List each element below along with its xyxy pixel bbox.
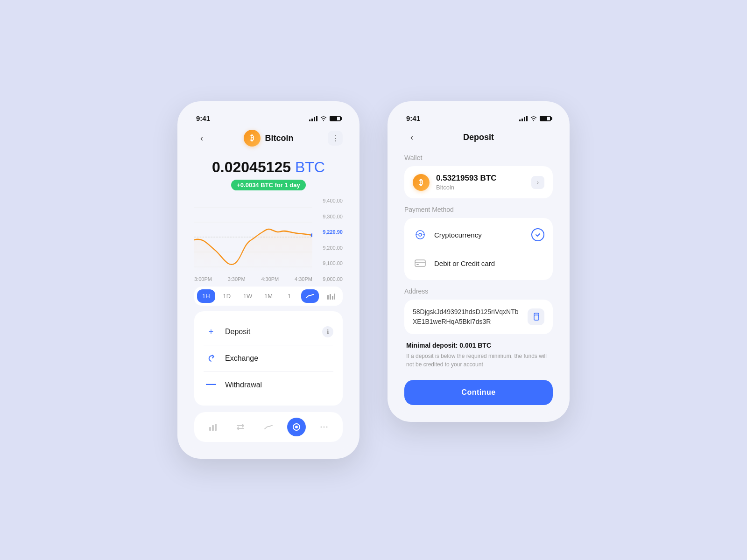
svg-rect-10: [334, 294, 335, 300]
status-bar-2: 9:41: [395, 109, 562, 125]
withdrawal-icon: —: [204, 378, 218, 392]
page-title-deposit: Deposit: [463, 133, 494, 142]
min-deposit-title: Minimal deposit: 0.001 BTC: [406, 342, 551, 349]
back-button-1[interactable]: ‹: [194, 131, 209, 146]
exchange-action[interactable]: Exchange: [204, 345, 333, 372]
nav-exchange[interactable]: [231, 418, 250, 436]
exchange-label: Exchange: [225, 354, 258, 363]
payment-crypto[interactable]: Cryptocurrency: [413, 221, 544, 249]
signal-icon-2: [519, 116, 528, 121]
chart-svg-wrap: [194, 198, 312, 273]
payment-method-card: Cryptocurrency: [404, 218, 553, 280]
chart-x-labels: 3:00PM 3:30PM 4:30PM 4:30PM: [194, 276, 312, 282]
battery-icon-2: [540, 116, 551, 121]
wallet-card[interactable]: ₿ 0.53219593 BTC Bitcoin ›: [404, 166, 553, 198]
min-deposit-description: If a deposit is below the required minim…: [406, 352, 551, 369]
nav-chart[interactable]: [204, 418, 222, 436]
chart-line-btn[interactable]: [301, 289, 319, 303]
wallet-coin-icon: ₿: [413, 174, 430, 191]
continue-button[interactable]: Continue: [404, 380, 553, 405]
wallet-section-label: Wallet: [404, 154, 553, 161]
balance-change-badge: +0.0034 BTC for 1 day: [231, 180, 305, 190]
nav-more[interactable]: [315, 418, 333, 436]
filter-1w[interactable]: 1W: [239, 289, 257, 303]
wallet-amount: 0.53219593 BTC: [436, 174, 525, 183]
deposit-info-btn[interactable]: ℹ: [322, 326, 333, 337]
address-section-label: Address: [404, 287, 553, 295]
svg-rect-22: [416, 264, 419, 265]
svg-point-15: [295, 426, 298, 428]
svg-rect-13: [215, 424, 217, 431]
wifi-icon: [320, 116, 327, 121]
svg-rect-20: [415, 260, 425, 266]
svg-point-17: [324, 427, 325, 428]
svg-rect-12: [212, 425, 214, 431]
copy-address-button[interactable]: [528, 308, 544, 325]
time-filter-bar: 1H 1D 1W 1M 1: [194, 287, 343, 306]
bitcoin-icon: ₿: [244, 130, 261, 147]
payment-card[interactable]: Debit or Credit card: [413, 249, 544, 277]
balance-number: 0.02045125: [212, 159, 291, 175]
battery-icon: [330, 116, 341, 121]
balance-section: 0.02045125 BTC +0.0034 BTC for 1 day: [194, 154, 343, 194]
chart-y-labels: 9,400.00 9,300.00 9,220.90 9,200.00 9,10…: [323, 198, 343, 282]
wallet-arrow-btn[interactable]: ›: [531, 176, 544, 189]
withdrawal-action[interactable]: — Withdrawal: [204, 372, 333, 398]
deposit-action[interactable]: + Deposit ℹ: [204, 319, 333, 345]
deposit-header: ‹ Deposit: [404, 125, 553, 152]
status-icons-2: [519, 116, 551, 121]
deposit-label: Deposit: [225, 328, 250, 336]
min-deposit-section: Minimal deposit: 0.001 BTC If a deposit …: [404, 340, 553, 376]
svg-rect-7: [327, 295, 329, 300]
coin-header: ‹ ₿ Bitcoin ⋮: [194, 125, 343, 154]
status-bar-1: 9:41: [185, 109, 352, 125]
balance-currency: BTC: [295, 159, 325, 175]
back-button-2[interactable]: ‹: [404, 130, 419, 145]
coin-title: ₿ Bitcoin: [244, 130, 294, 147]
filter-1m[interactable]: 1M: [260, 289, 278, 303]
time-1: 9:41: [196, 114, 210, 122]
filter-1y[interactable]: 1: [280, 289, 298, 303]
address-value: 58DjgskJd493921hdsD125riVqxNTbXE1B1weRHq…: [413, 307, 522, 327]
wifi-icon-2: [530, 116, 537, 121]
balance-display: 0.02045125 BTC: [194, 159, 343, 176]
deposit-icon: +: [204, 324, 218, 339]
svg-point-16: [321, 427, 322, 428]
svg-rect-9: [332, 296, 333, 300]
chart-bar-btn[interactable]: [322, 289, 340, 303]
actions-card: + Deposit ℹ Exchange: [194, 311, 343, 406]
time-2: 9:41: [406, 114, 420, 122]
filter-1h[interactable]: 1H: [197, 289, 215, 303]
phone-deposit: 9:41: [388, 101, 570, 422]
crypto-check-icon: [531, 228, 544, 241]
wallet-info: 0.53219593 BTC Bitcoin: [436, 174, 525, 191]
exchange-icon: [204, 351, 218, 366]
filter-1d[interactable]: 1D: [218, 289, 236, 303]
coin-name: Bitcoin: [265, 133, 294, 143]
crypto-icon: [413, 227, 428, 242]
withdrawal-label: Withdrawal: [225, 381, 262, 389]
signal-icon: [309, 116, 317, 121]
dots-icon: ⋮: [331, 134, 339, 143]
nav-wallet[interactable]: [287, 418, 306, 436]
svg-rect-8: [330, 294, 331, 300]
nav-trend[interactable]: [259, 418, 278, 436]
crypto-label: Cryptocurrency: [434, 231, 482, 239]
status-icons-1: [309, 116, 341, 121]
svg-rect-11: [209, 427, 211, 431]
payment-section-label: Payment Method: [404, 206, 553, 213]
card-label: Debit or Credit card: [434, 259, 495, 267]
card-icon: [413, 256, 428, 271]
menu-button[interactable]: ⋮: [328, 131, 343, 146]
bottom-navigation: [194, 412, 343, 442]
back-arrow-icon-2: ‹: [410, 133, 413, 142]
phone-bitcoin: 9:41: [177, 101, 359, 459]
address-card: 58DjgskJd493921hdsD125riVqxNTbXE1B1weRHq…: [404, 300, 553, 334]
svg-rect-23: [534, 315, 539, 320]
svg-point-18: [326, 427, 328, 428]
price-chart: 9,400.00 9,300.00 9,220.90 9,200.00 9,10…: [194, 198, 343, 282]
back-arrow-icon: ‹: [200, 133, 203, 143]
wallet-coin-name: Bitcoin: [436, 184, 525, 191]
